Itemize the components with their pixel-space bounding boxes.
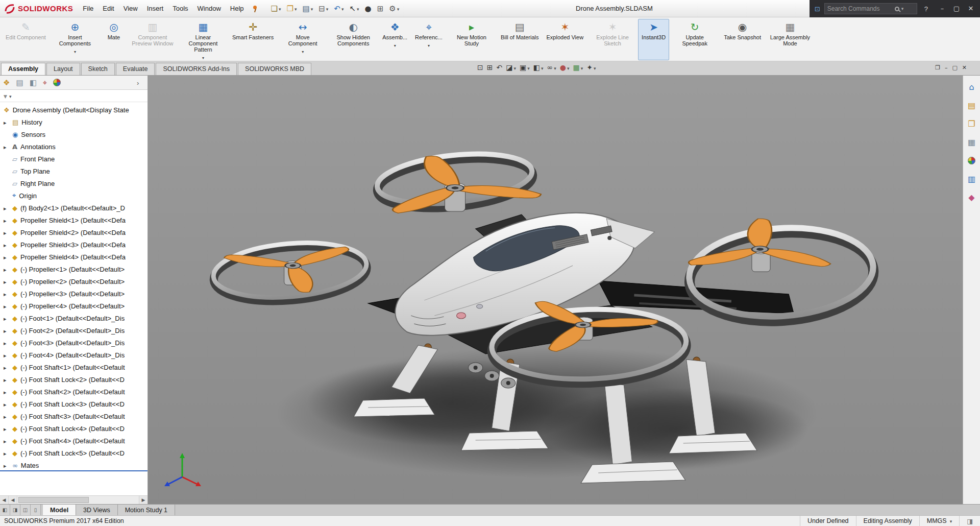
tree-item[interactable]: (-) Foot Shaft<4> (Default<<Default <box>0 435 148 447</box>
search-scope-icon[interactable] <box>815 5 820 13</box>
expand-arrow-icon[interactable] <box>4 204 7 212</box>
cascade-document[interactable] <box>935 64 940 71</box>
tree-item[interactable]: Top Plane <box>0 165 148 177</box>
tree-item[interactable]: (-) Foot Shaft<3> (Default<<Default <box>0 410 148 422</box>
expand-arrow-icon[interactable] <box>4 266 7 273</box>
reference-triad[interactable] <box>159 449 205 490</box>
dropdown-arrow-icon[interactable] <box>540 64 544 71</box>
document-tab[interactable]: Motion Study 1 <box>118 505 175 515</box>
document-tab[interactable]: 3D Views <box>76 505 118 515</box>
ribbon-button[interactable]: Referenc... <box>411 19 446 60</box>
tree-item[interactable]: Origin <box>0 189 148 202</box>
zoom-to-fit[interactable] <box>477 63 483 71</box>
tree-item[interactable]: (-) Propeller<4> (Default<<Default> <box>0 300 148 312</box>
restore-document[interactable] <box>952 64 957 71</box>
command-tab[interactable]: SOLIDWORKS MBD <box>238 63 311 75</box>
scroll-right-button[interactable]: ▶ <box>139 496 148 504</box>
quick-tool-button[interactable] <box>347 3 361 14</box>
tree-item[interactable]: Propeller Shield<2> (Default<<Defa <box>0 226 148 238</box>
solidworks-forum[interactable] <box>966 192 978 202</box>
tree-item[interactable]: Drone Assembly (Default<Display State <box>0 104 148 116</box>
ribbon-button[interactable]: New Motion Study <box>447 19 497 60</box>
expand-arrow-icon[interactable] <box>4 437 7 445</box>
ribbon-button[interactable]: Insert Components <box>50 19 100 60</box>
dropdown-arrow-icon[interactable] <box>394 41 396 49</box>
drone-model[interactable] <box>148 76 963 504</box>
minimize-window[interactable] <box>935 1 949 16</box>
ribbon-button[interactable]: Move Component <box>278 19 328 60</box>
tree-item[interactable]: Annotations <box>0 140 148 153</box>
tree-item[interactable]: Sensors <box>0 128 148 140</box>
zoom-to-area[interactable] <box>487 63 493 71</box>
edit-appearance[interactable] <box>560 63 570 71</box>
maximize-window[interactable] <box>949 1 964 16</box>
tree-item[interactable]: (-) Foot Shaft Lock<2> (Default<<D <box>0 373 148 386</box>
quick-tool-button[interactable] <box>363 3 374 14</box>
custom-properties[interactable] <box>966 174 978 184</box>
scrollbar-thumb[interactable] <box>18 497 89 503</box>
ribbon-button[interactable]: Take Snapshot <box>720 19 765 60</box>
quick-tool-button[interactable] <box>375 3 386 14</box>
ribbon-button[interactable]: Assemb... <box>379 19 411 60</box>
ribbon-button[interactable]: Linear Component Pattern <box>178 19 228 60</box>
tree-filter-row[interactable] <box>0 90 148 102</box>
command-tab[interactable]: Sketch <box>81 63 115 75</box>
minimize-document[interactable] <box>945 64 948 71</box>
tree-item[interactable]: Propeller Shield<4> (Default<<Defa <box>0 251 148 263</box>
ribbon-button[interactable]: Instant3D <box>638 19 669 60</box>
hide-show-items[interactable] <box>547 63 556 71</box>
dropdown-arrow-icon[interactable] <box>340 5 344 12</box>
tree-item[interactable]: (-) Foot Shaft Lock<3> (Default<<D <box>0 398 148 410</box>
section-view[interactable] <box>506 63 516 71</box>
expand-arrow-icon[interactable] <box>4 290 7 298</box>
pane-control-1[interactable] <box>0 505 10 515</box>
command-tab[interactable]: Assembly <box>1 63 45 75</box>
dimxpertmanager-tab[interactable] <box>43 78 47 87</box>
display-style[interactable] <box>533 63 544 71</box>
status-tag-button[interactable] <box>959 516 980 526</box>
dropdown-arrow-icon[interactable] <box>428 41 430 49</box>
ribbon-button[interactable]: Large Assembly Mode <box>765 19 815 60</box>
tree-item[interactable]: (-) Foot Shaft Lock<5> (Default<<D <box>0 447 148 459</box>
menu-item[interactable]: Edit <box>98 0 118 17</box>
expand-arrow-icon[interactable] <box>4 339 7 347</box>
expand-arrow-icon[interactable] <box>4 462 7 469</box>
command-tab[interactable]: Layout <box>46 63 80 75</box>
pane-control-3[interactable] <box>20 505 31 515</box>
quick-tool-button[interactable] <box>316 3 330 14</box>
tree-item[interactable]: (-) Foot<3> (Default<<Default>_Dis <box>0 337 148 349</box>
menu-item[interactable]: View <box>119 0 142 17</box>
pane-control-2[interactable] <box>10 505 20 515</box>
file-explorer[interactable] <box>966 118 978 129</box>
expand-arrow-icon[interactable] <box>4 364 7 371</box>
scroll-left-button[interactable]: ◀ <box>0 496 9 504</box>
graphics-area[interactable] <box>148 76 963 504</box>
dropdown-arrow-icon[interactable] <box>512 64 516 71</box>
quick-tool-button[interactable] <box>387 3 401 14</box>
rollback-bar[interactable] <box>0 470 148 471</box>
tree-item[interactable]: Mates <box>0 459 148 471</box>
tree-item[interactable]: History <box>0 116 148 128</box>
dropdown-arrow-icon[interactable] <box>396 5 400 12</box>
ribbon-button[interactable]: Explode Line Sketch <box>587 19 638 60</box>
expand-arrow-icon[interactable] <box>4 376 7 384</box>
units-dropdown-icon[interactable] <box>949 517 952 524</box>
menu-item[interactable]: Insert <box>142 0 168 17</box>
tree-item[interactable]: Propeller Shield<3> (Default<<Defa <box>0 238 148 251</box>
expand-arrow-icon[interactable] <box>4 253 7 261</box>
search-dropdown-icon[interactable]: ▾ <box>901 6 904 11</box>
ribbon-button[interactable]: Mate <box>101 19 127 60</box>
ribbon-button[interactable]: Exploded View <box>543 19 587 60</box>
displaymanager-tab[interactable] <box>53 79 61 86</box>
help-button[interactable]: ? <box>921 5 931 13</box>
scrollbar-track[interactable] <box>17 496 139 504</box>
expand-arrow-icon[interactable] <box>4 425 7 433</box>
menu-item[interactable]: File <box>78 0 98 17</box>
tree-item[interactable]: (-) Foot Shaft Lock<4> (Default<<D <box>0 422 148 435</box>
tree-item[interactable]: Right Plane <box>0 177 148 189</box>
design-library[interactable] <box>966 100 978 110</box>
ribbon-button[interactable]: Component Preview Window <box>128 19 178 60</box>
tree-item[interactable]: (-) Foot<4> (Default<<Default>_Dis <box>0 349 148 361</box>
dropdown-arrow-icon[interactable] <box>310 5 313 12</box>
propertymanager-tab[interactable] <box>16 78 23 87</box>
